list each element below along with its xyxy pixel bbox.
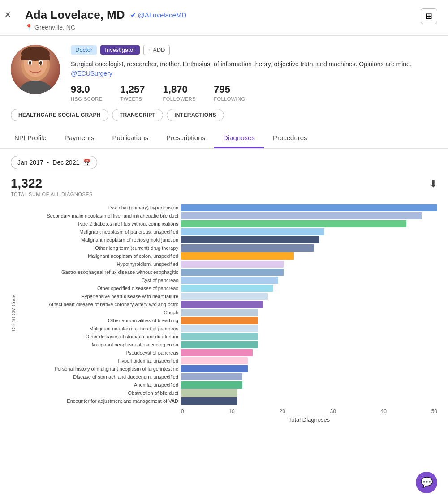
bar-row: Malignant neoplasm of colon, unspecified	[20, 252, 437, 260]
stats: 93.0 HSG SCORE 1,257 TWEETS 1,870 FOLLOW…	[71, 84, 437, 102]
x-axis-tick: 50	[431, 408, 437, 414]
bar-label: Malignant neoplasm of pancreas, unspecif…	[20, 229, 181, 235]
chart-container: ICD-10-CM Code Essential (primary) hyper…	[0, 197, 448, 430]
bar-row: Malignant neoplasm of head of pancreas	[20, 325, 437, 332]
close-button[interactable]: ✕	[0, 8, 16, 21]
bar-row: Cough	[20, 309, 437, 316]
bar-track	[181, 252, 437, 260]
tweets-label: TWEETS	[121, 96, 145, 102]
bar-fill	[181, 365, 248, 372]
bar-label: Hyperlipidemia, unspecified	[20, 358, 181, 363]
date-start: Jan 2017	[17, 159, 43, 166]
bar-fill	[181, 325, 258, 332]
total-count: 1,322	[11, 176, 93, 191]
svg-point-1	[17, 81, 53, 94]
summary: 1,322 TOTAL SUM OF ALL DIAGNOSES ⬇	[0, 176, 448, 197]
bar-fill	[181, 212, 422, 219]
x-axis: 01020304050	[181, 406, 437, 414]
bar-track	[181, 220, 437, 227]
bar-label: Obstruction of bile duct	[20, 390, 181, 396]
bar-row: Pseudocyst of pancreas	[20, 349, 437, 356]
bar-label: Hypertensive heart disease with heart fa…	[20, 294, 181, 299]
hsg-score-label: HSG SCORE	[71, 96, 103, 102]
date-end: Dec 2021	[52, 159, 79, 166]
bar-fill	[181, 204, 437, 211]
interactions-button[interactable]: INTERACTIONS	[167, 109, 224, 121]
avatar	[11, 45, 60, 94]
x-axis-label: Total Diagnoses	[181, 416, 437, 423]
svg-point-5	[29, 61, 31, 65]
bar-label: Hypothyroidism, unspecified	[20, 261, 181, 267]
bar-track	[181, 228, 437, 235]
download-button[interactable]: ⬇	[429, 178, 437, 190]
following-value: 795	[214, 84, 246, 95]
date-filter[interactable]: Jan 2017 - Dec 2021 📅	[11, 156, 97, 169]
bar-fill	[181, 341, 258, 348]
tab-payments[interactable]: Payments	[56, 128, 103, 148]
badges: Doctor Investigator + ADD	[71, 45, 437, 55]
bar-label: Secondary malig neoplasm of liver and in…	[20, 213, 181, 218]
profile-section: Doctor Investigator + ADD Surgical oncol…	[0, 36, 448, 109]
bar-label: Anemia, unspecified	[20, 382, 181, 388]
x-axis-tick: 40	[381, 408, 387, 414]
close-icon: ✕	[4, 10, 11, 19]
bar-label: Other abnormalities of breathing	[20, 318, 181, 323]
bar-row: Hyperlipidemia, unspecified	[20, 357, 437, 364]
bar-label: Other long term (current) drug therapy	[20, 245, 181, 251]
hsg-score-stat: 93.0 HSG SCORE	[71, 84, 103, 102]
bar-row: Athscl heart disease of native coronary …	[20, 301, 437, 308]
following-label: FOLLOWING	[214, 96, 246, 102]
investigator-badge: Investigator	[100, 45, 139, 55]
bar-label: Essential (primary) hypertension	[20, 205, 181, 210]
hsg-button[interactable]: HEALTHCARE SOCIAL GRAPH	[11, 109, 108, 121]
bar-fill	[181, 285, 273, 292]
bar-row: Obstruction of bile duct	[20, 389, 437, 397]
bar-track	[181, 341, 437, 348]
tweets-stat: 1,257 TWEETS	[121, 84, 145, 102]
location: 📍 Greenville, NC	[25, 24, 437, 31]
tab-procedures[interactable]: Procedures	[264, 128, 316, 148]
header: ✕ Ada Lovelace, MD ✔ @ALovelaceMD 📍 Gree…	[0, 0, 448, 36]
following-stat: 795 FOLLOWING	[214, 84, 246, 102]
bar-fill	[181, 301, 263, 308]
bar-row: Malignant neoplasm of pancreas, unspecif…	[20, 228, 437, 235]
bar-track	[181, 269, 437, 276]
bar-row: Encounter for adjustment and management …	[20, 397, 437, 405]
bar-fill	[181, 373, 242, 380]
bar-track	[181, 244, 437, 252]
bar-row: Secondary malig neoplasm of liver and in…	[20, 212, 437, 219]
bar-fill	[181, 269, 284, 276]
transcript-button[interactable]: TRANSCRIPT	[112, 109, 163, 121]
bar-row: Essential (primary) hypertension	[20, 204, 437, 211]
bar-track	[181, 397, 437, 405]
twitter-handle[interactable]: ✔ @ALovelaceMD	[130, 11, 187, 19]
date-separator: -	[47, 159, 49, 166]
bar-row: Personal history of malignant neoplasm o…	[20, 365, 437, 372]
bar-track	[181, 204, 437, 211]
tab-prescriptions[interactable]: Prescriptions	[157, 128, 214, 148]
bar-row: Type 2 diabetes mellitus without complic…	[20, 220, 437, 227]
bar-label: Encounter for adjustment and management …	[20, 398, 181, 404]
bar-fill	[181, 277, 278, 284]
tab-publications[interactable]: Publications	[103, 128, 157, 148]
bar-label: Cyst of pancreas	[20, 278, 181, 283]
bar-track	[181, 285, 437, 292]
bar-label: Disease of stomach and duodenum, unspeci…	[20, 374, 181, 380]
grid-button[interactable]: ⊞	[421, 8, 437, 24]
bar-fill	[181, 261, 284, 268]
bar-row: Other diseases of stomach and duodenum	[20, 333, 437, 340]
bar-fill	[181, 397, 237, 405]
bar-row: Malignant neoplasm of ascending colon	[20, 341, 437, 348]
bar-label: Gastro-esophageal reflux disease without…	[20, 269, 181, 275]
add-badge-button[interactable]: + ADD	[143, 45, 170, 55]
x-axis-tick: 20	[279, 408, 285, 414]
bar-label: Personal history of malignant neoplasm o…	[20, 366, 181, 372]
bar-track	[181, 389, 437, 397]
tab-diagnoses[interactable]: Diagnoses	[214, 128, 264, 148]
bar-fill	[181, 228, 324, 235]
bio-link[interactable]: @ECUSurgery	[71, 70, 112, 77]
bar-track	[181, 325, 437, 332]
bar-label: Cough	[20, 310, 181, 315]
tab-npi-profile[interactable]: NPI Profile	[5, 128, 56, 148]
bar-track	[181, 212, 437, 219]
